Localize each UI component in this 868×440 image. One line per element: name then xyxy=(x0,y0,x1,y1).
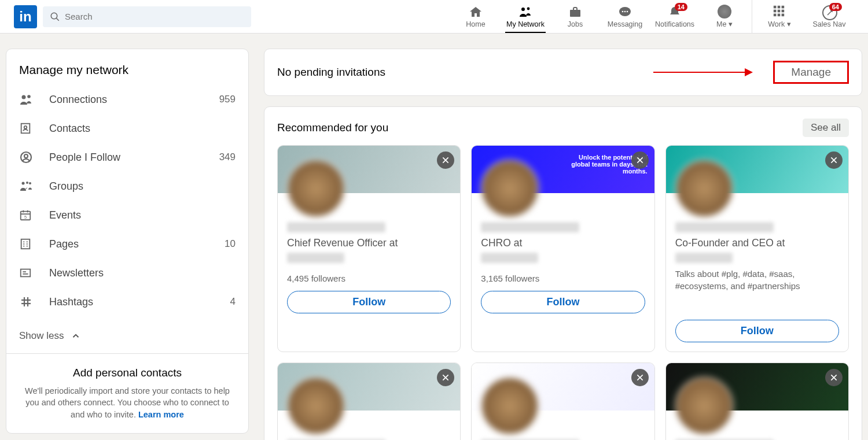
dismiss-button[interactable] xyxy=(825,369,843,386)
svg-rect-14 xyxy=(782,10,785,13)
person-headline: CHRO at xyxy=(481,237,645,249)
person-name-blurred xyxy=(287,222,385,232)
svg-rect-39 xyxy=(21,269,31,277)
person-avatar xyxy=(481,377,539,435)
svg-rect-15 xyxy=(774,14,777,17)
nav-network[interactable]: My Network xyxy=(501,0,550,33)
see-all-button[interactable]: See all xyxy=(803,119,849,137)
sidebar-item-label: Groups xyxy=(49,180,83,193)
svg-point-8 xyxy=(627,10,628,12)
person-card[interactable]: Unlock the potential of global teams in … xyxy=(471,145,654,352)
follow-button[interactable]: Follow xyxy=(287,291,451,313)
show-less-toggle[interactable]: Show less xyxy=(6,324,248,353)
svg-point-0 xyxy=(51,13,57,19)
add-contacts-panel: Add personal contacts We'll periodically… xyxy=(6,353,248,433)
close-icon xyxy=(635,373,645,382)
sidebar-item-label: Hashtags xyxy=(49,296,93,308)
close-icon xyxy=(829,373,838,382)
bell-icon: 14 xyxy=(668,5,682,19)
dismiss-button[interactable] xyxy=(631,369,649,386)
sidebar-item-count: 4 xyxy=(230,296,236,308)
follower-count: 3,165 followers xyxy=(481,273,645,284)
notification-badge: 14 xyxy=(675,3,687,11)
svg-rect-10 xyxy=(778,6,781,9)
message-icon xyxy=(618,5,632,19)
person-talks-about: Talks about #plg, #data, #saas, #ecosyst… xyxy=(675,268,839,292)
sidebar-item-pages[interactable]: Pages10 xyxy=(19,230,236,258)
nav-jobs[interactable]: Jobs xyxy=(550,0,600,33)
sidebar-item-label: Connections xyxy=(49,94,107,106)
person-avatar xyxy=(481,160,539,217)
sidebar-item-people-i-follow[interactable]: People I Follow349 xyxy=(19,143,236,172)
search-input[interactable] xyxy=(65,12,244,21)
sidebar-item-groups[interactable]: Groups xyxy=(19,172,236,201)
dismiss-button[interactable] xyxy=(825,151,843,169)
close-icon xyxy=(829,156,838,165)
people-icon xyxy=(518,5,532,19)
follow-button[interactable]: Follow xyxy=(675,320,839,342)
svg-rect-13 xyxy=(778,10,781,13)
nav-me[interactable]: Me ▾ xyxy=(700,0,749,33)
person-card[interactable] xyxy=(277,363,461,440)
home-icon xyxy=(469,5,483,19)
chevron-up-icon xyxy=(71,331,81,341)
close-icon xyxy=(441,373,450,382)
hashtags-icon xyxy=(19,295,36,309)
person-headline: Chief Revenue Officer at xyxy=(287,237,451,249)
sidebar-item-connections[interactable]: Connections959 xyxy=(19,85,236,114)
nav-sales[interactable]: 64 Sales Nav xyxy=(804,0,854,33)
search-box[interactable] xyxy=(43,6,251,27)
pages-icon xyxy=(19,238,36,250)
svg-rect-32 xyxy=(21,239,30,249)
dismiss-button[interactable] xyxy=(631,151,649,169)
svg-rect-4 xyxy=(570,10,580,17)
person-card[interactable] xyxy=(665,363,849,440)
top-nav: in Home My Network Jobs Messaging 14 Not… xyxy=(0,0,868,34)
sidebar-item-label: Newsletters xyxy=(49,267,104,279)
annotation-arrow xyxy=(653,72,752,73)
nav-messaging[interactable]: Messaging xyxy=(600,0,650,33)
svg-point-25 xyxy=(26,182,28,184)
sidebar-item-count: 10 xyxy=(225,238,236,250)
newsletters-icon xyxy=(19,267,36,279)
sidebar-item-label: Pages xyxy=(49,238,79,250)
follower-count: 4,495 followers xyxy=(287,273,451,284)
linkedin-logo[interactable]: in xyxy=(14,5,37,28)
sidebar-item-count: 349 xyxy=(219,151,236,163)
person-card[interactable]: Chief Revenue Officer at4,495 followersF… xyxy=(277,145,461,352)
nav-notifications[interactable]: 14 Notifications xyxy=(650,0,700,33)
svg-point-21 xyxy=(24,126,27,129)
svg-point-2 xyxy=(521,8,525,11)
svg-rect-12 xyxy=(774,10,777,13)
people-follow-icon xyxy=(19,150,36,164)
invitations-text: No pending invitations xyxy=(277,66,385,79)
events-icon: 5 xyxy=(19,209,36,221)
sidebar-item-hashtags[interactable]: Hashtags4 xyxy=(19,287,236,316)
person-avatar xyxy=(675,160,733,217)
nav-work[interactable]: Work ▾ xyxy=(755,0,804,33)
learn-more-link[interactable]: Learn more xyxy=(138,410,184,419)
target-icon: 64 xyxy=(822,5,836,19)
contacts-icon xyxy=(19,122,36,135)
person-card[interactable]: Co-Founder and CEO atTalks about #plg, #… xyxy=(665,145,849,352)
groups-icon xyxy=(19,179,36,193)
close-icon xyxy=(635,156,645,165)
sidebar-item-contacts[interactable]: Contacts xyxy=(19,114,236,143)
svg-point-7 xyxy=(624,10,626,12)
person-card[interactable] xyxy=(471,363,654,440)
avatar-icon xyxy=(718,5,731,19)
sidebar-title: Manage my network xyxy=(6,49,248,83)
follow-button[interactable]: Follow xyxy=(481,291,645,313)
svg-line-1 xyxy=(56,18,59,21)
person-name-blurred xyxy=(675,222,774,232)
person-avatar xyxy=(675,377,733,435)
sidebar-item-newsletters[interactable]: Newsletters xyxy=(19,258,236,287)
sidebar-item-events[interactable]: 5Events xyxy=(19,201,236,230)
manage-button[interactable]: Manage xyxy=(773,61,849,84)
contacts-title: Add personal contacts xyxy=(19,367,236,379)
svg-rect-11 xyxy=(782,6,785,9)
sidebar-item-label: People I Follow xyxy=(49,151,120,164)
nav-home[interactable]: Home xyxy=(451,0,501,33)
sales-badge: 64 xyxy=(829,3,842,11)
person-name-blurred xyxy=(481,222,579,232)
